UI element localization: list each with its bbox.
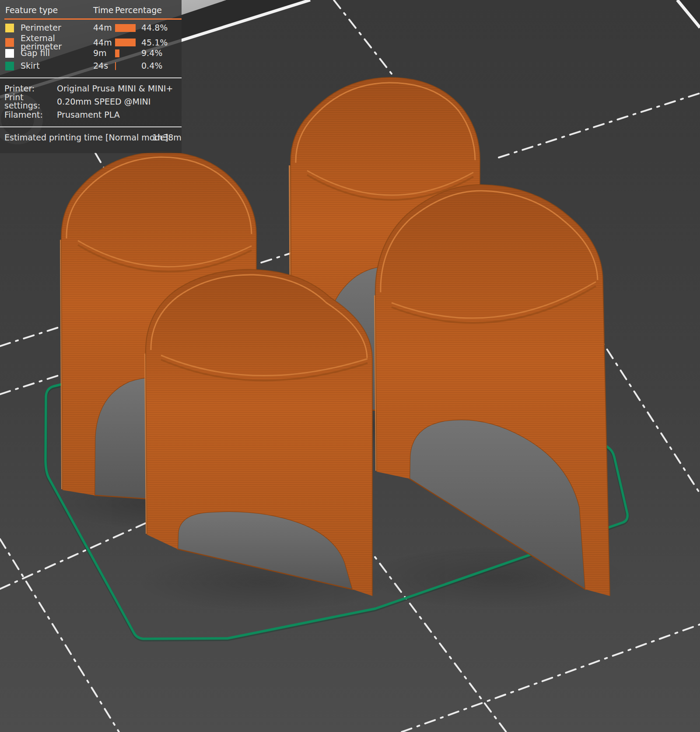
feature-row: Gap fill 9m 9.4% xyxy=(0,47,182,60)
feature-label: Perimeter xyxy=(21,24,93,32)
feature-color-swatch xyxy=(5,38,14,47)
feature-percentage-value: 0.4% xyxy=(141,62,182,70)
feature-percentage-bar xyxy=(115,49,141,57)
info-label: Filament: xyxy=(4,111,57,119)
feature-row: Perimeter 44m 44.8% xyxy=(0,21,182,34)
feature-percentage-value: 9.4% xyxy=(141,49,182,57)
feature-row: External perimeter 44m 45.1% xyxy=(0,34,182,47)
estimated-time-label: Estimated printing time [Normal mode]: xyxy=(4,133,171,142)
feature-color-swatch xyxy=(5,24,14,32)
info-row-filament: Filament: Prusament PLA xyxy=(0,108,182,121)
feature-legend-panel: Feature type Time Percentage Perimeter 4… xyxy=(0,0,182,153)
printed-object-4 xyxy=(145,270,372,596)
feature-percentage-bar xyxy=(115,24,141,32)
info-label: Printer: xyxy=(4,84,57,93)
info-value: 0.20mm SPEED @MINI xyxy=(57,98,182,106)
print-info-list: Printer: Original Prusa MINI & MINI+ Pri… xyxy=(0,82,182,121)
info-value: Prusament PLA xyxy=(57,111,182,119)
feature-time: 44m xyxy=(93,24,115,32)
feature-percentage-bar xyxy=(115,62,141,70)
feature-color-swatch xyxy=(5,49,14,58)
feature-percentage-value: 45.1% xyxy=(141,39,182,47)
gcode-preview-viewport[interactable]: Feature type Time Percentage Perimeter 4… xyxy=(0,0,700,732)
feature-time: 24s xyxy=(93,62,115,70)
info-value: Original Prusa MINI & MINI+ xyxy=(57,84,182,93)
estimated-time-value: 1h38m xyxy=(152,133,182,142)
estimated-time-row: Estimated printing time [Normal mode]: 1… xyxy=(0,127,182,147)
feature-rows-list: Perimeter 44m 44.8% External perimeter 4… xyxy=(0,21,182,72)
panel-divider xyxy=(0,77,182,78)
legend-accent-underline xyxy=(4,18,182,20)
column-header-feature-type: Feature type xyxy=(5,6,93,14)
info-label: Print settings: xyxy=(4,93,57,110)
feature-percentage-value: 44.8% xyxy=(141,24,182,32)
info-row-print-settings: Print settings: 0.20mm SPEED @MINI xyxy=(0,95,182,108)
feature-row: Skirt 24s 0.4% xyxy=(0,60,182,72)
feature-color-swatch xyxy=(5,62,14,70)
feature-percentage-bar xyxy=(115,39,141,46)
column-header-percentage: Percentage xyxy=(115,6,182,14)
legend-header-row: Feature type Time Percentage xyxy=(0,0,182,18)
feature-label: Skirt xyxy=(21,62,93,70)
feature-time: 9m xyxy=(93,49,115,57)
feature-label: Gap fill xyxy=(21,49,93,57)
column-header-time: Time xyxy=(93,6,115,14)
feature-time: 44m xyxy=(93,39,115,47)
